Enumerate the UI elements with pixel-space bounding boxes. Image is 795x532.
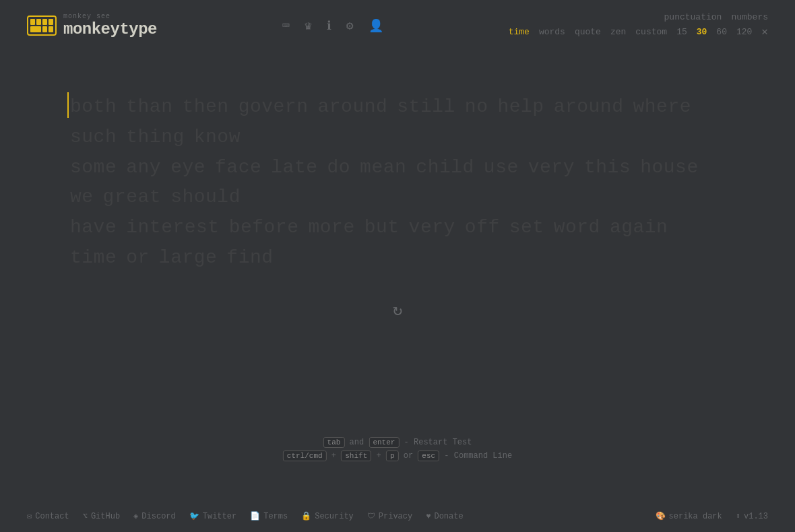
typing-line-2: someanyeyefacelatedomeanchilduseverythis… xyxy=(70,153,728,213)
twitter-icon: 🐦 xyxy=(189,511,199,521)
security-label: Security xyxy=(315,512,354,521)
main-content: boththanthengovernaroundstillnohelparoun… xyxy=(0,38,795,347)
keyboard-icon[interactable]: ⌨ xyxy=(282,18,290,33)
word: time xyxy=(70,243,117,273)
loading-icon: ↻ xyxy=(67,300,728,320)
privacy-label: Privacy xyxy=(379,512,412,521)
word: very xyxy=(528,153,575,183)
word: this xyxy=(584,153,631,183)
settings-icon[interactable]: ⚙ xyxy=(346,18,354,33)
word: some xyxy=(70,153,117,183)
close-options-icon[interactable]: ✕ xyxy=(761,25,768,38)
logo-icon xyxy=(27,15,57,36)
theme-meta[interactable]: 🎨 serika dark xyxy=(656,511,722,521)
logo[interactable]: monkey see monkeytype xyxy=(27,13,157,38)
time-30-option[interactable]: 30 xyxy=(697,27,707,37)
contact-icon: ✉ xyxy=(27,511,32,521)
typing-area[interactable]: boththanthengovernaroundstillnohelparoun… xyxy=(67,92,728,320)
shortcut-line-2: ctrl/cmd + shift + p or esc - Command Li… xyxy=(283,451,512,461)
twitter-label: Twitter xyxy=(203,512,236,521)
word: both xyxy=(70,92,117,123)
user-icon[interactable]: 👤 xyxy=(369,18,383,33)
terms-icon: 📄 xyxy=(250,511,260,521)
shortcut-plus-1: + xyxy=(331,451,341,461)
donate-label: Donate xyxy=(434,512,463,521)
word: use xyxy=(484,153,519,183)
donate-link[interactable]: ♥ Donate xyxy=(426,512,463,521)
word: late xyxy=(271,153,317,183)
security-link[interactable]: 🔒 Security xyxy=(301,511,354,521)
version-label: v1.13 xyxy=(744,512,768,521)
shortcut-and-label: and xyxy=(350,438,369,447)
time-60-option[interactable]: 60 xyxy=(716,27,727,37)
type-time-option[interactable]: time xyxy=(509,27,530,37)
contact-link[interactable]: ✉ Contact xyxy=(27,511,69,521)
version-meta: ⬆ v1.13 xyxy=(736,511,768,521)
word: no xyxy=(465,92,488,123)
word: still xyxy=(397,92,455,123)
security-icon: 🔒 xyxy=(301,511,311,521)
numbers-option[interactable]: numbers xyxy=(731,12,768,22)
word: around xyxy=(317,92,387,123)
header: monkey see monkeytype ⌨ ♛ ℹ ⚙ 👤 punctuat… xyxy=(0,0,795,38)
terms-link[interactable]: 📄 Terms xyxy=(250,511,288,521)
p-key: p xyxy=(386,451,399,461)
punctuation-option[interactable]: punctuation xyxy=(664,12,722,22)
discord-icon: ◈ xyxy=(133,511,138,521)
word: but xyxy=(364,213,400,243)
logo-subtitle: monkey see xyxy=(63,13,157,20)
word: face xyxy=(215,153,261,183)
footer: ✉ Contact ⌥ GitHub ◈ Discord 🐦 Twitter 📄… xyxy=(0,500,795,532)
word: set xyxy=(509,213,544,243)
typing-text: boththanthengovernaroundstillnohelparoun… xyxy=(67,92,728,273)
shortcuts-area: tab and enter - Restart Test ctrl/cmd + … xyxy=(283,438,512,465)
theme-label: serika dark xyxy=(669,512,722,521)
word: do xyxy=(327,153,351,183)
crown-icon[interactable]: ♛ xyxy=(305,18,312,33)
type-quote-option[interactable]: quote xyxy=(575,27,601,37)
time-options: time words quote zen custom 15 30 60 120… xyxy=(509,25,768,38)
word: again xyxy=(610,213,668,243)
word: govern xyxy=(238,92,309,123)
word: then xyxy=(182,92,228,123)
nav-icons: ⌨ ♛ ℹ ⚙ 👤 xyxy=(282,18,383,33)
footer-links: ✉ Contact ⌥ GitHub ◈ Discord 🐦 Twitter 📄… xyxy=(27,511,464,521)
twitter-link[interactable]: 🐦 Twitter xyxy=(189,511,236,521)
donate-icon: ♥ xyxy=(426,512,431,521)
word: large xyxy=(159,243,218,273)
logo-key xyxy=(36,19,41,25)
type-zen-option[interactable]: zen xyxy=(610,27,626,37)
github-link[interactable]: ⌥ GitHub xyxy=(83,511,120,521)
ctrl-cmd-key: ctrl/cmd xyxy=(283,451,327,461)
time-15-option[interactable]: 15 xyxy=(676,27,687,37)
word: where xyxy=(633,92,691,123)
discord-link[interactable]: ◈ Discord xyxy=(133,511,176,521)
word: we xyxy=(70,182,94,213)
logo-key xyxy=(30,19,35,25)
privacy-link[interactable]: 🛡 Privacy xyxy=(367,511,412,521)
word: great xyxy=(103,182,162,213)
word: thing xyxy=(126,123,185,153)
logo-key xyxy=(30,26,41,32)
word: around xyxy=(554,92,624,123)
top-right-options: punctuation numbers time words quote zen… xyxy=(509,12,768,38)
logo-title: monkeytype xyxy=(63,20,157,38)
type-custom-option[interactable]: custom xyxy=(635,27,667,37)
info-icon[interactable]: ℹ xyxy=(327,18,331,33)
time-120-option[interactable]: 120 xyxy=(736,27,752,37)
word: before xyxy=(229,213,299,243)
word: child xyxy=(416,153,474,183)
typing-line-1: boththanthengovernaroundstillnohelparoun… xyxy=(70,92,728,153)
word: should xyxy=(170,182,241,213)
word: eye xyxy=(170,153,205,183)
logo-key xyxy=(42,19,47,25)
word: have xyxy=(70,213,117,243)
word: help xyxy=(497,92,544,123)
discord-label: Discord xyxy=(141,512,175,521)
word: than xyxy=(126,92,172,123)
logo-text: monkey see monkeytype xyxy=(63,13,157,38)
typing-line-3: haveinterestbeforemorebutveryoffsetworda… xyxy=(70,213,728,273)
word: any xyxy=(126,153,161,183)
word: mean xyxy=(360,153,406,183)
type-words-option[interactable]: words xyxy=(539,27,565,37)
